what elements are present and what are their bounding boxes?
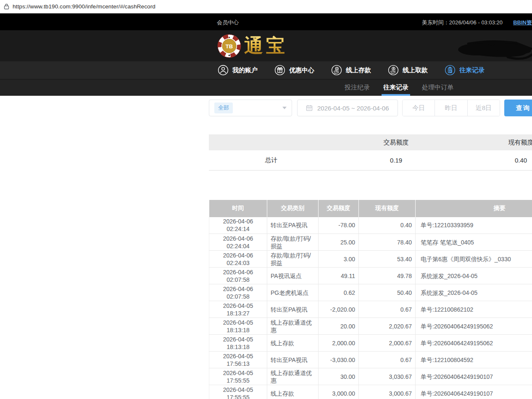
cell-time: 2026-04-05 17:55:55 — [209, 385, 267, 399]
cell-note: 电子第6惠《周周双倍快乐》_0330 — [416, 251, 532, 268]
table-row: 2026-04-05 18:13:18 线上存款 2,000.00 2,000.… — [209, 335, 532, 352]
cell-trade-amount: 20.00 — [319, 318, 359, 335]
records-header-row: 时间 交易类别 交易额度 现有额度 摘要 — [209, 200, 532, 217]
tab-label: 往来记录 — [383, 84, 408, 92]
nav-item-deposit[interactable]: 线上存款 — [331, 65, 371, 76]
site-logo[interactable]: TB ♠ ♣ ♥ ♦ 通宝 — [217, 34, 288, 58]
cell-trade-amount: 3.00 — [319, 251, 359, 268]
cell-time: 2026-04-05 18:13:18 — [209, 318, 267, 335]
table-row: 2026-04-06 02:07:58 PG老虎机返点 0.62 50.40 系… — [209, 284, 532, 301]
cell-balance: 3,030.67 — [359, 368, 416, 385]
table-row: 2026-04-05 17:55:55 线上存款通道优惠 30.00 3,030… — [209, 368, 532, 385]
content-area: 全部 2026-04-05 ~ 2026-04-06 今日 昨日 近8日 查询 … — [209, 100, 532, 399]
tab-label: 处理中订单 — [422, 84, 453, 92]
nav-item-my-account[interactable]: 我的账户 — [218, 65, 258, 76]
poker-chip-icon: TB ♠ ♣ ♥ ♦ — [217, 34, 241, 58]
table-row: 2026-04-06 02:07:58 PA视讯返点 49.11 49.78 系… — [209, 268, 532, 284]
cell-type: 线上存款通道优惠 — [267, 318, 319, 335]
today-button[interactable]: 今日 — [403, 100, 435, 116]
url-text[interactable]: https://www.tb190.com:9900/infe/mcenter/… — [13, 3, 155, 10]
svg-text:♠: ♠ — [229, 36, 230, 39]
col-type: 交易类别 — [267, 200, 319, 217]
cell-type: 线上存款 — [267, 335, 319, 352]
cell-trade-amount: 30.00 — [319, 368, 359, 385]
redaction-scribble — [453, 38, 532, 61]
calendar-icon — [306, 105, 313, 111]
selected-category-tag[interactable]: 全部 — [214, 102, 233, 113]
cell-time: 2026-04-05 17:56:13 — [209, 352, 267, 368]
cell-time: 2026-04-06 02:24:04 — [209, 234, 267, 251]
category-select[interactable]: 全部 — [209, 100, 292, 116]
deposit-icon — [331, 65, 342, 76]
search-button[interactable]: 查询 — [504, 100, 532, 116]
cell-note: 单号:122100804592 — [416, 352, 532, 368]
nav-item-promotions[interactable]: 优惠中心 — [274, 65, 314, 76]
cell-time: 2026-04-06 02:07:58 — [209, 268, 267, 284]
nav-label: 往来记录 — [459, 66, 485, 74]
cell-note: 单号:202604064249190107 — [416, 368, 532, 385]
user-icon — [218, 65, 229, 76]
cell-trade-amount: 25.00 — [319, 234, 359, 251]
cell-balance: 78.40 — [359, 234, 416, 251]
yesterday-button[interactable]: 昨日 — [435, 100, 467, 116]
tab-betting-records[interactable]: 投注纪录 — [345, 79, 370, 96]
lock-icon — [4, 3, 9, 10]
last-8-days-button[interactable]: 近8日 — [468, 100, 500, 116]
main-nav: 我的账户 优惠中心 线上存款 线上取款 — [0, 61, 532, 79]
nav-label: 优惠中心 — [289, 66, 314, 74]
cell-type: 存款/取款/打码/损益 — [267, 251, 319, 268]
member-center-label: 会员中心 — [217, 19, 239, 26]
cell-balance: 3,000.67 — [359, 385, 416, 399]
browser-url-bar[interactable]: https://www.tb190.com:9900/infe/mcenter/… — [0, 0, 532, 13]
cell-time: 2026-04-06 02:24:03 — [209, 251, 267, 268]
cell-note: 单号:122100862102 — [416, 301, 532, 318]
summary-total-row: 总计 0.19 0.40 — [209, 150, 532, 170]
us-time-label: 美东时间：2026/04/06 - 03:03:20 — [422, 19, 503, 26]
records-icon — [445, 65, 456, 76]
cell-trade-amount: -3,030.00 — [319, 352, 359, 368]
nav-item-cash-records[interactable]: 往来记录 — [445, 65, 485, 76]
tab-label: 投注纪录 — [345, 84, 370, 92]
quick-date-button-group: 今日 昨日 近8日 — [402, 100, 500, 116]
cell-balance: 2,000.67 — [359, 335, 416, 352]
svg-text:♣: ♣ — [228, 54, 230, 57]
bbin-link[interactable]: BBIN资 — [513, 19, 532, 26]
sub-nav: 投注纪录 往来记录 处理中订单 — [0, 79, 532, 96]
svg-text:♦: ♦ — [238, 45, 240, 47]
cell-type: 线上存款 — [267, 385, 319, 399]
topbar: 会员中心 美东时间：2026/04/06 - 03:03:20 BBIN资 — [0, 13, 532, 30]
cell-trade-amount: 3,000.00 — [319, 385, 359, 399]
cell-trade-amount: -78.00 — [319, 217, 359, 234]
cell-balance: 0.40 — [359, 217, 416, 234]
cell-type: 转出至PA视讯 — [267, 352, 319, 368]
cell-type: PA视讯返点 — [267, 268, 319, 284]
nav-item-withdraw[interactable]: 线上取款 — [388, 65, 428, 76]
summary-header-row: 交易额度 现有额度 — [209, 134, 532, 150]
cell-type: 转出至PA视讯 — [267, 301, 319, 318]
summary-balance-total: 0.40 — [458, 150, 532, 170]
cell-balance: 50.40 — [359, 284, 416, 301]
summary-header-balance: 现有额度 — [458, 134, 532, 150]
cell-balance: 49.78 — [359, 268, 416, 284]
cell-balance: 0.67 — [359, 301, 416, 318]
cell-type: 线上存款通道优惠 — [267, 368, 319, 385]
table-row: 2026-04-05 18:13:18 线上存款通道优惠 20.00 2,020… — [209, 318, 532, 335]
nav-label: 我的账户 — [232, 66, 258, 74]
cell-type: 存款/取款/打码/损益 — [267, 234, 319, 251]
cell-note: 单号:202604064249190107 — [416, 385, 532, 399]
cell-type: 转出至PA视讯 — [267, 217, 319, 234]
cell-type: PG老虎机返点 — [267, 284, 319, 301]
table-row: 2026-04-06 02:24:03 存款/取款/打码/损益 3.00 53.… — [209, 251, 532, 268]
summary-header-empty — [209, 134, 334, 150]
tab-pending-orders[interactable]: 处理中订单 — [422, 79, 453, 96]
cell-trade-amount: 49.11 — [319, 268, 359, 284]
date-range-input[interactable]: 2026-04-05 ~ 2026-04-06 — [297, 100, 398, 116]
summary-header-trade-amount: 交易额度 — [334, 134, 458, 150]
tab-cash-records[interactable]: 往来记录 — [383, 79, 408, 96]
cell-trade-amount: 2,000.00 — [319, 335, 359, 352]
cell-trade-amount: 0.62 — [319, 284, 359, 301]
records-table: 时间 交易类别 交易额度 现有额度 摘要 2026-04-06 02:24:14… — [209, 200, 532, 399]
table-row: 2026-04-05 17:56:13 转出至PA视讯 -3,030.00 0.… — [209, 352, 532, 368]
gift-icon — [274, 65, 285, 76]
nav-label: 线上取款 — [403, 66, 428, 74]
